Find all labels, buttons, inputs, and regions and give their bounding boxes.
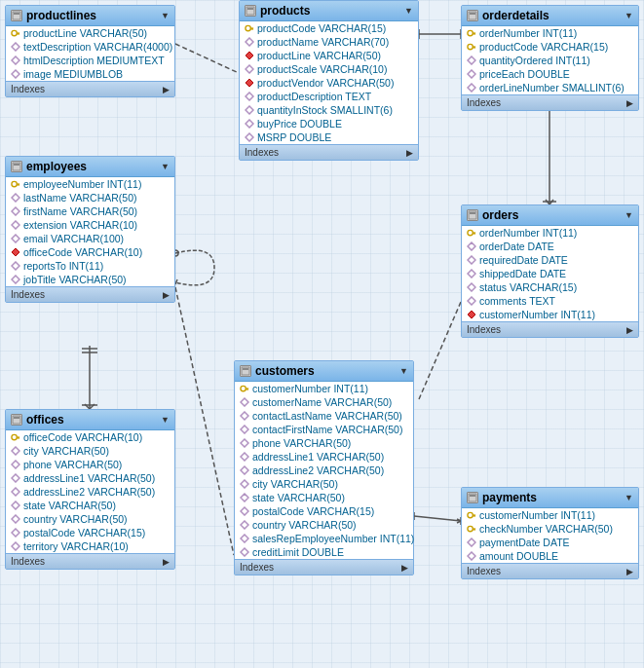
table-header-arrow-offices[interactable]: ▼	[161, 415, 170, 425]
svg-marker-97	[12, 501, 19, 509]
table-header-products[interactable]: products▼	[240, 1, 418, 21]
svg-marker-70	[12, 221, 19, 229]
svg-marker-47	[246, 120, 253, 128]
field-icon-orders-1	[467, 241, 476, 251]
table-header-arrow-payments[interactable]: ▼	[625, 493, 633, 502]
table-row: phone VARCHAR(50)	[235, 436, 413, 450]
field-text-customers-7: city VARCHAR(50)	[252, 478, 338, 490]
field-icon-customers-10	[240, 520, 249, 530]
svg-marker-34	[12, 70, 19, 78]
table-row: officeCode VARCHAR(10)	[6, 245, 174, 259]
table-row: postalCode VARCHAR(15)	[6, 526, 174, 539]
svg-marker-114	[241, 494, 248, 501]
svg-marker-99	[12, 529, 19, 537]
svg-marker-41	[246, 38, 253, 46]
table-title-payments: payments	[482, 491, 621, 504]
table-row: shippedDate DATE	[462, 267, 638, 280]
table-row: productVendor VARCHAR(50)	[240, 76, 418, 90]
field-text-employees-2: firstName VARCHAR(50)	[23, 205, 137, 217]
table-row: state VARCHAR(50)	[235, 491, 413, 504]
svg-marker-60	[468, 70, 475, 78]
table-footer-arrow-customers: ▶	[401, 563, 408, 573]
field-text-employees-3: extension VARCHAR(10)	[23, 219, 137, 231]
table-header-orderdetails[interactable]: orderdetails▼	[462, 6, 638, 26]
svg-marker-81	[468, 242, 475, 250]
table-row: checkNumber VARCHAR(50)	[462, 522, 638, 536]
field-text-employees-6: reportsTo INT(11)	[23, 260, 103, 272]
table-footer-customers[interactable]: Indexes▶	[235, 559, 413, 575]
table-icon-employees	[11, 161, 22, 172]
table-footer-payments[interactable]: Indexes▶	[462, 563, 638, 578]
table-header-customers[interactable]: customers▼	[235, 361, 413, 382]
table-row: image MEDIUMBLOB	[6, 67, 174, 81]
table-row: postalCode VARCHAR(15)	[235, 504, 413, 518]
table-header-payments[interactable]: payments▼	[462, 488, 638, 508]
field-text-products-7: buyPrice DOUBLE	[257, 118, 342, 130]
table-offices: offices▼ officeCode VARCHAR(10) city VAR…	[5, 409, 175, 570]
table-header-arrow-employees[interactable]: ▼	[161, 162, 170, 171]
table-header-arrow-orderdetails[interactable]: ▼	[625, 11, 633, 20]
field-text-customers-11: salesRepEmployeeNumber INT(11)	[252, 533, 414, 544]
svg-rect-88	[14, 417, 19, 419]
svg-marker-72	[12, 248, 19, 256]
table-footer-offices[interactable]: Indexes▶	[6, 553, 174, 569]
table-row: quantityOrdered INT(11)	[462, 54, 638, 67]
field-icon-offices-2	[11, 460, 20, 469]
field-icon-productlines-1	[11, 42, 20, 52]
field-icon-customers-11	[240, 534, 249, 543]
field-icon-customers-6	[240, 465, 249, 475]
table-header-offices[interactable]: offices▼	[6, 410, 174, 430]
field-icon-offices-7	[11, 528, 20, 538]
table-header-productlines[interactable]: productlines▼	[6, 6, 174, 26]
table-row: requiredDate DATE	[462, 253, 638, 267]
table-header-arrow-products[interactable]: ▼	[404, 6, 413, 16]
field-icon-employees-3	[11, 220, 20, 230]
table-footer-label-orderdetails: Indexes	[467, 97, 501, 108]
table-header-orders[interactable]: orders▼	[462, 205, 638, 226]
field-text-customers-8: state VARCHAR(50)	[252, 492, 345, 503]
table-footer-orders[interactable]: Indexes▶	[462, 321, 638, 337]
table-footer-products[interactable]: Indexes▶	[240, 144, 418, 160]
svg-marker-93	[12, 447, 19, 455]
field-icon-orders-4	[467, 282, 476, 292]
table-customers: customers▼ customerNumber INT(11) custom…	[234, 360, 414, 575]
table-header-arrow-customers[interactable]: ▼	[399, 366, 408, 376]
svg-marker-68	[12, 194, 19, 202]
svg-marker-73	[12, 262, 19, 270]
svg-point-28	[12, 30, 17, 35]
field-text-payments-0: customerNumber INT(11)	[479, 509, 595, 521]
table-title-customers: customers	[255, 364, 396, 378]
field-text-payments-3: amount DOUBLE	[479, 550, 558, 562]
field-icon-orders-5	[467, 296, 476, 306]
table-footer-employees[interactable]: Indexes▶	[6, 286, 174, 302]
field-text-payments-1: checkNumber VARCHAR(50)	[479, 523, 613, 535]
table-footer-label-offices: Indexes	[11, 556, 45, 567]
field-text-offices-3: addressLine1 VARCHAR(50)	[23, 472, 155, 484]
table-row: comments TEXT	[462, 294, 638, 308]
table-products: products▼ productCode VARCHAR(15) produc…	[239, 0, 419, 161]
field-text-employees-1: lastName VARCHAR(50)	[23, 192, 137, 204]
table-row: productLine VARCHAR(50)	[6, 26, 174, 40]
table-header-arrow-productlines[interactable]: ▼	[161, 11, 170, 20]
table-row: amount DOUBLE	[462, 549, 638, 563]
field-icon-products-4	[245, 78, 254, 88]
field-text-offices-5: state VARCHAR(50)	[23, 500, 116, 511]
field-icon-payments-2	[467, 538, 476, 547]
table-footer-orderdetails[interactable]: Indexes▶	[462, 94, 638, 110]
field-icon-orderdetails-0	[467, 28, 476, 38]
table-footer-productlines[interactable]: Indexes▶	[6, 81, 174, 96]
field-icon-orders-0	[467, 228, 476, 238]
table-orders: orders▼ orderNumber INT(11) orderDate DA…	[461, 204, 639, 338]
table-header-arrow-orders[interactable]: ▼	[625, 210, 633, 220]
table-row: priceEach DOUBLE	[462, 67, 638, 81]
field-text-offices-0: officeCode VARCHAR(10)	[23, 431, 142, 443]
svg-line-20	[414, 516, 461, 521]
field-text-customers-6: addressLine2 VARCHAR(50)	[252, 464, 384, 476]
table-row: contactLastName VARCHAR(50)	[235, 409, 413, 423]
table-row: productDescription TEXT	[240, 90, 418, 103]
field-icon-products-7	[245, 119, 254, 129]
table-header-employees[interactable]: employees▼	[6, 157, 174, 177]
field-text-orders-2: requiredDate DATE	[479, 254, 568, 266]
table-footer-label-customers: Indexes	[240, 562, 274, 573]
table-row: paymentDate DATE	[462, 536, 638, 549]
